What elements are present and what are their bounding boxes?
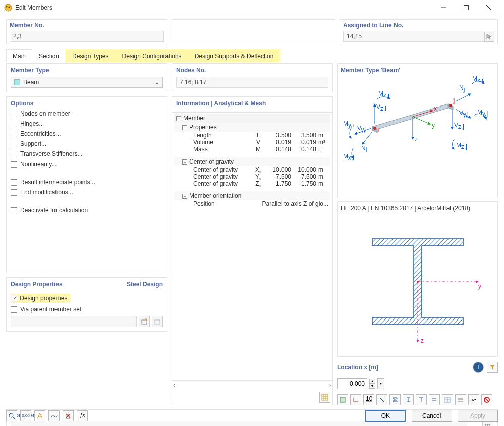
render-button[interactable]: [48, 410, 60, 421]
svg-point-22: [449, 104, 452, 107]
option-nonlinearity[interactable]: Nonlinearity...: [11, 161, 163, 168]
svg-point-1: [6, 6, 8, 7]
tb-axes[interactable]: [350, 394, 361, 405]
options-panel: Options Nodes on member Hinges... Eccent…: [6, 96, 167, 273]
svg-text:Mz,j: Mz,j: [456, 142, 467, 150]
cancel-button[interactable]: Cancel: [412, 410, 452, 422]
tb-delete[interactable]: [481, 394, 492, 405]
edit-icon: [154, 318, 160, 325]
svg-text:100: 100: [366, 396, 372, 402]
info-button[interactable]: i: [473, 362, 484, 373]
location-input[interactable]: [337, 378, 367, 389]
titlebar: Edit Members: [0, 0, 504, 15]
tree-cog: Center of gravity: [189, 158, 234, 165]
tb-grid[interactable]: [442, 394, 453, 405]
tb-text-dd[interactable]: A▾: [468, 394, 479, 405]
tb-principal[interactable]: [376, 394, 387, 405]
option-via-parent[interactable]: Via parent member set: [11, 306, 163, 313]
option-deactivate[interactable]: Deactivate for calculation: [11, 207, 163, 214]
tab-design-supports[interactable]: Design Supports & Deflection: [188, 49, 281, 62]
delete-button[interactable]: [63, 410, 74, 421]
tb-section-1[interactable]: [389, 394, 401, 405]
ok-button[interactable]: OK: [365, 410, 406, 422]
svg-text:My,j: My,j: [477, 109, 488, 117]
scroll-right-icon[interactable]: ›: [329, 382, 331, 389]
svg-point-47: [417, 281, 419, 283]
model-icon: [36, 412, 43, 419]
tab-main[interactable]: Main: [6, 49, 32, 62]
tb-stress[interactable]: [337, 394, 348, 405]
option-hinges[interactable]: Hinges...: [11, 120, 163, 127]
tab-section[interactable]: Section: [32, 49, 66, 62]
collapse-icon[interactable]: −: [176, 116, 181, 121]
section-label: HE 200 A | EN 10365:2017 | ArcelorMittal…: [340, 204, 495, 214]
scroll-left-icon[interactable]: ‹: [173, 382, 175, 389]
member-type-select[interactable]: Beam ⌄: [11, 77, 163, 88]
member-no-input[interactable]: [10, 31, 164, 42]
magnifier-icon: [8, 412, 15, 419]
svg-text:z: z: [421, 337, 424, 344]
svg-point-20: [373, 127, 376, 130]
option-design-properties[interactable]: Design properties: [11, 294, 70, 303]
member-no-label: Member No.: [10, 22, 164, 29]
units-button[interactable]: 0,00: [20, 410, 31, 421]
svg-text:x: x: [434, 105, 437, 112]
apply-button: Apply: [458, 410, 498, 422]
member-no-box: Member No.: [6, 19, 167, 45]
collapse-icon[interactable]: −: [182, 125, 187, 130]
svg-line-30: [362, 132, 372, 144]
option-transverse[interactable]: Transverse Stiffeners...: [11, 150, 163, 157]
tb-section-2[interactable]: [403, 394, 414, 405]
option-nodes-on-member[interactable]: Nodes on member: [11, 110, 163, 117]
svg-text:My,i: My,i: [343, 120, 354, 129]
tb-section-4[interactable]: [429, 394, 440, 405]
help-button[interactable]: [6, 410, 17, 421]
tb-values[interactable]: [455, 394, 466, 405]
funnel-icon: [489, 364, 495, 370]
collapse-icon[interactable]: −: [182, 159, 187, 165]
location-down[interactable]: ▾: [369, 384, 375, 389]
model-button[interactable]: [34, 410, 45, 421]
design-properties-panel: Design Properties Steel Design Design pr…: [6, 277, 167, 332]
svg-line-68: [13, 417, 15, 419]
info-panel: Information | Analytical & Mesh −Member …: [172, 96, 333, 405]
location-play[interactable]: ▸: [377, 378, 384, 389]
tb-dim[interactable]: 100: [363, 394, 374, 405]
option-end-modifications[interactable]: End modifications...: [11, 189, 163, 196]
section-toolbar: 100 A▾: [337, 394, 498, 405]
option-eccentricities[interactable]: Eccentricities...: [11, 130, 163, 137]
svg-line-64: [485, 398, 488, 401]
member-type-panel: Member Type Beam ⌄: [6, 63, 167, 92]
beam-preview-panel: Member Type 'Beam' x: [337, 63, 498, 198]
maximize-button[interactable]: [455, 1, 477, 15]
tab-design-configurations[interactable]: Design Configurations: [116, 49, 188, 62]
chevron-down-icon: ⌄: [154, 79, 159, 86]
svg-text:Vy,i: Vy,i: [357, 125, 367, 133]
location-up[interactable]: ▴: [369, 379, 375, 384]
assigned-label: Assigned to Line No.: [343, 22, 494, 29]
svg-rect-9: [322, 394, 328, 400]
new-set-button[interactable]: [139, 316, 150, 327]
minimize-button[interactable]: [432, 1, 455, 15]
option-support[interactable]: Support...: [11, 140, 163, 147]
close-button[interactable]: [477, 1, 500, 15]
svg-text:Vz,i: Vz,i: [376, 103, 386, 112]
pick-line-button[interactable]: [484, 32, 494, 42]
nodes-no-panel: Nodes No. 7,16; 8,17: [172, 63, 333, 92]
nodes-no-value: 7,16; 8,17: [176, 77, 328, 88]
tb-section-3[interactable]: [416, 394, 427, 405]
filter-icon-button[interactable]: [487, 362, 498, 373]
tree-properties: Properties: [189, 124, 217, 131]
nodes-no-label: Nodes No.: [176, 67, 328, 74]
svg-text:Vy,j: Vy,j: [459, 110, 469, 118]
svg-rect-4: [464, 5, 468, 10]
grid-icon: [321, 394, 328, 401]
new-icon: [141, 318, 147, 325]
table-settings-button[interactable]: [319, 392, 330, 403]
edit-set-button[interactable]: [152, 316, 163, 327]
collapse-icon[interactable]: −: [182, 194, 187, 199]
option-result-intermediate[interactable]: Result intermediate points...: [11, 179, 163, 186]
tab-design-types[interactable]: Design Types: [66, 49, 116, 62]
function-button[interactable]: ƒs: [77, 410, 88, 421]
section-preview-panel: HE 200 A | EN 10365:2017 | ArcelorMittal…: [337, 201, 498, 357]
